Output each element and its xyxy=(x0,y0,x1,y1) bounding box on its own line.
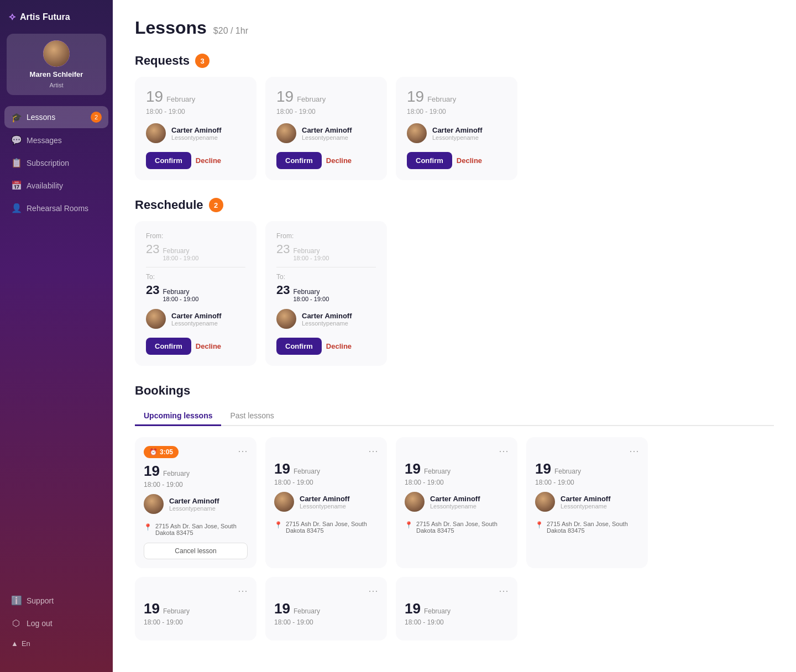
person-avatar xyxy=(276,309,296,329)
decline-button[interactable]: Decline xyxy=(457,156,482,165)
page-title: Lessons xyxy=(135,18,207,38)
reschedule-confirm-button[interactable]: Confirm xyxy=(276,338,322,355)
card-person: Carter Aminoff Lessontypename xyxy=(405,492,509,512)
sidebar-item-lessons[interactable]: 🎓 Lessons 2 xyxy=(4,106,108,128)
app-logo: ⟡ Artis Futura xyxy=(0,11,113,34)
decline-button[interactable]: Decline xyxy=(326,156,352,165)
reschedule-decline-button[interactable]: Decline xyxy=(196,342,221,350)
tab-past[interactable]: Past lessons xyxy=(221,407,282,426)
to-time: 18:00 - 19:00 xyxy=(163,296,198,302)
timer-value: 3:05 xyxy=(160,448,173,456)
booking-card-header: ⋯ xyxy=(274,446,378,456)
from-label: From: xyxy=(146,232,245,240)
card-person: Carter Aminoff Lessontypename xyxy=(144,494,248,514)
from-month: February xyxy=(293,247,329,255)
person-type: Lessontypename xyxy=(430,503,480,510)
from-date: 23 February 18:00 - 19:00 xyxy=(276,242,376,261)
person-type: Lessontypename xyxy=(300,503,350,510)
person-type: Lessontypename xyxy=(171,134,222,141)
bookings-tabs: Upcoming lessons Past lessons xyxy=(135,407,774,426)
card-person: Carter Aminoff Lessontypename xyxy=(407,123,506,143)
booking-time: 18:00 - 19:00 xyxy=(274,479,378,486)
language-toggle[interactable]: ▲ En xyxy=(4,635,108,652)
confirm-button[interactable]: Confirm xyxy=(407,152,452,169)
card-month: February xyxy=(427,95,456,103)
tab-upcoming[interactable]: Upcoming lessons xyxy=(135,407,221,426)
booking-address: 📍 2715 Ash Dr. San Jose, South Dakota 83… xyxy=(535,521,639,534)
bookings-header: Bookings xyxy=(135,384,774,398)
to-month: February xyxy=(163,288,198,296)
confirm-button[interactable]: Confirm xyxy=(276,152,322,169)
booking-card: ⋯ 19 February 18:00 - 19:00 Carter Amino… xyxy=(265,437,387,568)
card-date: 19 February xyxy=(146,88,245,106)
booking-card: ⏰ 3:05 ⋯ 19 February 18:00 - 19:00 Carte… xyxy=(135,437,256,568)
card-time: 18:00 - 19:00 xyxy=(146,108,245,116)
booking-month: February xyxy=(294,468,320,475)
sidebar-item-rehearsal-rooms[interactable]: 👤 Rehearsal Rooms xyxy=(4,197,108,219)
confirm-button[interactable]: Confirm xyxy=(146,152,191,169)
booking-time: 18:00 - 19:00 xyxy=(405,479,509,486)
support-icon: ℹ️ xyxy=(11,595,21,606)
person-avatar xyxy=(407,123,427,143)
more-options-icon[interactable]: ⋯ xyxy=(499,446,509,456)
price-label: $20 / 1hr xyxy=(213,26,248,36)
language-label: En xyxy=(22,639,30,648)
card-person: Carter Aminoff Lessontypename xyxy=(276,309,376,329)
card-actions: Confirm Decline xyxy=(146,152,245,169)
sidebar-item-support[interactable]: ℹ️ Support xyxy=(4,590,108,611)
to-month: February xyxy=(293,288,329,296)
sidebar-bottom: ℹ️ Support ⬡ Log out ▲ En xyxy=(0,590,113,661)
cancel-lesson-button[interactable]: Cancel lesson xyxy=(144,543,248,559)
nav-availability-label: Availability xyxy=(27,181,63,190)
person-type: Lessontypename xyxy=(171,320,222,327)
person-name: Carter Aminoff xyxy=(171,126,222,134)
request-card: 19 February 18:00 - 19:00 Carter Aminoff… xyxy=(396,77,517,180)
more-options-icon[interactable]: ⋯ xyxy=(238,586,248,596)
from-month: February xyxy=(163,247,198,255)
booking-date: 19 February xyxy=(405,600,509,617)
card-person: Carter Aminoff Lessontypename xyxy=(274,492,378,512)
divider xyxy=(276,267,376,267)
to-label: To: xyxy=(276,273,376,281)
sidebar-item-logout[interactable]: ⬡ Log out xyxy=(4,612,108,634)
lessons-icon: 🎓 xyxy=(11,112,21,123)
more-options-icon[interactable]: ⋯ xyxy=(238,446,248,456)
main-content: Lessons $20 / 1hr Requests 3 19 February… xyxy=(113,0,796,672)
person-avatar xyxy=(144,494,164,514)
from-label: From: xyxy=(276,232,376,240)
sidebar-item-messages[interactable]: 💬 Messages xyxy=(4,129,108,151)
booking-month: February xyxy=(294,607,320,615)
reschedule-section-header: Reschedule 2 xyxy=(135,198,774,212)
to-day: 23 xyxy=(146,283,159,297)
reschedule-confirm-button[interactable]: Confirm xyxy=(146,338,191,355)
decline-button[interactable]: Decline xyxy=(196,156,221,165)
booking-date: 19 February xyxy=(274,460,378,477)
card-date: 19 February xyxy=(407,88,506,106)
availability-icon: 📅 xyxy=(11,180,21,191)
more-options-icon[interactable]: ⋯ xyxy=(629,446,639,456)
sidebar-profile: Maren Schleifer Artist xyxy=(7,34,106,95)
person-avatar xyxy=(146,309,166,329)
more-options-icon[interactable]: ⋯ xyxy=(368,586,378,596)
booking-date: 19 February xyxy=(144,463,248,480)
person-type: Lessontypename xyxy=(432,134,483,141)
logout-icon: ⬡ xyxy=(11,618,21,628)
to-label: To: xyxy=(146,273,245,281)
more-options-icon[interactable]: ⋯ xyxy=(499,586,509,596)
nav-messages-label: Messages xyxy=(27,136,62,145)
nav-support-label: Support xyxy=(27,596,54,605)
booking-month: February xyxy=(424,607,451,615)
sidebar-item-availability[interactable]: 📅 Availability xyxy=(4,175,108,196)
reschedule-decline-button[interactable]: Decline xyxy=(326,342,352,350)
requests-cards: 19 February 18:00 - 19:00 Carter Aminoff… xyxy=(135,77,774,180)
card-actions: Confirm Decline xyxy=(146,338,245,355)
booking-address: 📍 2715 Ash Dr. San Jose, South Dakota 83… xyxy=(144,523,248,536)
card-day: 19 xyxy=(146,88,163,106)
subscription-icon: 📋 xyxy=(11,158,21,168)
booking-time: 18:00 - 19:00 xyxy=(535,479,639,486)
more-options-icon[interactable]: ⋯ xyxy=(368,446,378,456)
booking-card: ⋯ 19 February 18:00 - 19:00 Carter Amino… xyxy=(396,437,517,568)
booking-day: 19 xyxy=(405,460,421,477)
sidebar-item-subscription[interactable]: 📋 Subscription xyxy=(4,152,108,174)
chevron-up-icon: ▲ xyxy=(11,639,18,648)
